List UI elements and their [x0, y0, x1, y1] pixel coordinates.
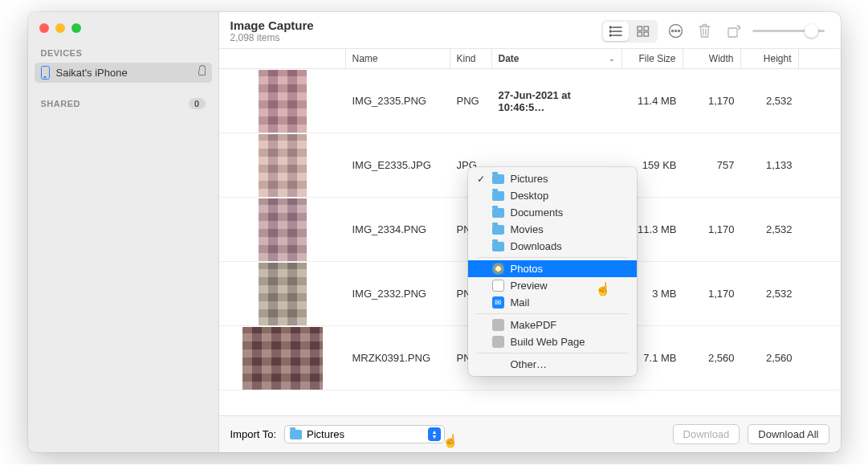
combo-stepper-icon: ▲▼ — [428, 427, 441, 441]
automator-icon — [492, 319, 504, 331]
menu-item-makepdf[interactable]: MakePDF — [468, 317, 637, 333]
menu-item-buildwebpage[interactable]: Build Web Page — [468, 333, 637, 350]
menu-item-movies[interactable]: Movies — [468, 221, 637, 238]
col-height[interactable]: Height — [741, 49, 799, 68]
rotate-button[interactable] — [723, 23, 744, 39]
col-width[interactable]: Width — [683, 49, 741, 68]
import-to-label: Import To: — [230, 428, 277, 440]
folder-icon — [492, 242, 504, 251]
svg-rect-7 — [644, 27, 649, 31]
list-view-button[interactable] — [603, 22, 629, 41]
item-count: 2,098 items — [230, 32, 593, 43]
ellipsis-circle-icon — [668, 23, 683, 39]
window-traffic-lights — [28, 12, 218, 33]
sidebar-section-devices: DEVICES — [28, 33, 218, 63]
sidebar-section-shared: SHARED 0 — [28, 83, 218, 114]
preview-app-icon — [492, 280, 504, 292]
svg-point-13 — [678, 30, 679, 31]
photos-app-icon — [492, 263, 504, 275]
thumbnail — [259, 70, 307, 133]
automator-icon — [492, 336, 504, 348]
table-row[interactable]: IMG_2335.PNG PNG 27-Jun-2021 at 10:46:5…… — [219, 69, 841, 133]
menu-item-photos[interactable]: Photos — [468, 260, 637, 277]
thumbnail — [242, 327, 323, 390]
delete-button[interactable] — [695, 23, 715, 39]
thumbnail — [259, 134, 307, 197]
grid-icon — [637, 26, 650, 37]
grid-view-button[interactable] — [630, 22, 656, 41]
menu-item-preview[interactable]: Preview — [468, 277, 637, 294]
fullscreen-window-button[interactable] — [71, 23, 81, 33]
folder-icon — [492, 225, 504, 235]
folder-icon — [290, 430, 302, 439]
menu-item-desktop[interactable]: Desktop — [468, 187, 637, 204]
col-name[interactable]: Name — [346, 49, 450, 68]
svg-point-5 — [609, 35, 611, 36]
close-window-button[interactable] — [39, 23, 49, 33]
view-mode-segmented — [601, 20, 658, 43]
footer-bar: Import To: Pictures ▲▼ Download Download… — [219, 415, 841, 452]
svg-rect-6 — [638, 27, 642, 31]
thumbnail — [259, 198, 307, 261]
folder-icon — [492, 208, 504, 218]
toolbar-title-block: Image Capture 2,098 items — [230, 18, 593, 43]
folder-icon — [492, 191, 504, 201]
more-button[interactable] — [666, 23, 687, 39]
menu-item-mail[interactable]: ✉Mail — [468, 294, 637, 311]
svg-point-4 — [609, 31, 611, 32]
svg-point-11 — [671, 30, 673, 31]
rotate-icon — [726, 23, 741, 39]
menu-item-downloads[interactable]: Downloads — [468, 238, 637, 255]
thumbnail — [259, 263, 307, 325]
svg-rect-9 — [644, 32, 649, 36]
trash-icon — [698, 23, 711, 39]
menu-item-other[interactable]: Other… — [468, 356, 637, 373]
minimize-window-button[interactable] — [55, 23, 65, 33]
col-size[interactable]: File Size — [622, 49, 683, 68]
svg-point-3 — [609, 27, 611, 28]
menu-item-documents[interactable]: Documents — [468, 204, 637, 221]
import-to-menu: ✓Pictures Desktop Documents Movies Downl… — [468, 167, 637, 376]
sidebar: DEVICES Saikat's iPhone SHARED 0 — [28, 12, 219, 452]
iphone-icon — [41, 66, 50, 80]
menu-item-pictures[interactable]: ✓Pictures — [468, 170, 637, 187]
download-all-button[interactable]: Download All — [748, 424, 829, 444]
sort-desc-icon: ⌄ — [609, 55, 615, 63]
import-to-value: Pictures — [307, 428, 344, 440]
slider-knob[interactable] — [805, 24, 818, 38]
svg-point-12 — [674, 30, 676, 31]
col-kind[interactable]: Kind — [450, 49, 492, 68]
app-title: Image Capture — [230, 18, 593, 32]
svg-rect-16 — [728, 28, 737, 37]
toolbar: Image Capture 2,098 items — [219, 12, 841, 48]
thumbnail-size-slider[interactable] — [752, 30, 825, 32]
folder-icon — [492, 174, 504, 184]
image-capture-window: DEVICES Saikat's iPhone SHARED 0 Image C… — [28, 12, 841, 452]
sidebar-device-saikats-iphone[interactable]: Saikat's iPhone — [35, 63, 212, 83]
svg-rect-8 — [638, 32, 642, 36]
sidebar-device-label: Saikat's iPhone — [56, 67, 128, 79]
list-icon — [609, 26, 622, 37]
download-button[interactable]: Download — [673, 424, 740, 444]
import-to-combo[interactable]: Pictures ▲▼ — [284, 425, 445, 443]
mail-app-icon: ✉ — [492, 296, 504, 309]
column-headers: Name Kind Date⌄ File Size Width Height — [219, 48, 841, 69]
shared-count-badge: 0 — [189, 98, 206, 109]
col-date[interactable]: Date⌄ — [492, 49, 622, 68]
lock-icon — [198, 70, 206, 76]
